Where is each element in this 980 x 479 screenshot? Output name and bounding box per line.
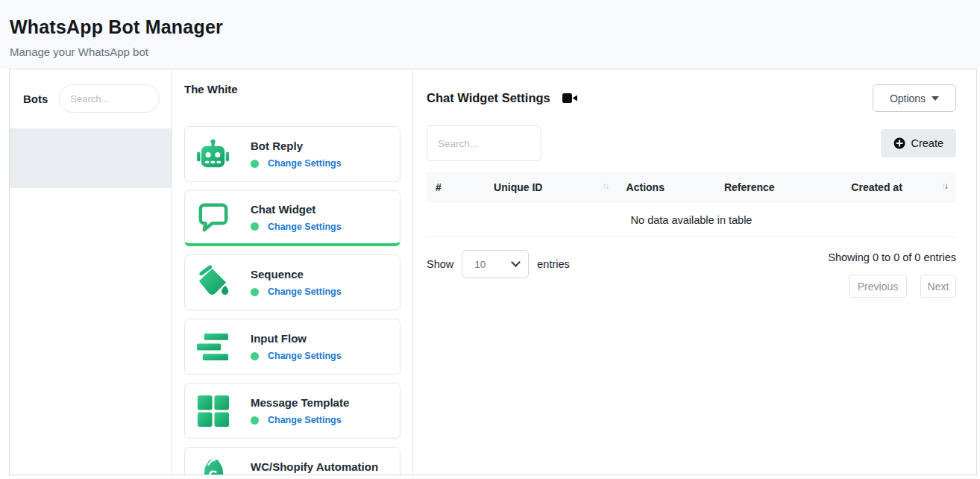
column-header-reference[interactable]: Reference xyxy=(715,172,842,203)
card-title: Input Flow xyxy=(251,332,342,345)
bots-search-input[interactable] xyxy=(59,84,160,113)
change-settings-link[interactable]: Change Settings xyxy=(268,222,342,232)
create-button-label: Create xyxy=(911,137,943,149)
status-dot-icon xyxy=(251,416,259,425)
page-buttons: Previous Next xyxy=(828,275,956,298)
next-button[interactable]: Next xyxy=(920,275,956,298)
status-dot-icon xyxy=(251,352,259,360)
robot-icon xyxy=(195,137,230,172)
pagination-right: Showing 0 to 0 of 0 entries Previous Nex… xyxy=(828,250,956,298)
card-title: Bot Reply xyxy=(251,140,342,152)
card-wc-shopify-automation[interactable]: WC/Shopify Automation Change Settings xyxy=(184,447,401,475)
bots-label: Bots xyxy=(23,93,48,105)
pagination-bar: Show 10 entries Showing 0 to 0 of 0 entr… xyxy=(427,250,956,298)
status-dot-icon xyxy=(251,288,259,296)
status-dot-icon xyxy=(251,222,259,231)
change-settings-link[interactable]: Change Settings xyxy=(268,351,342,361)
page-subtitle: Manage your WhatsApp bot xyxy=(10,46,980,58)
previous-button[interactable]: Previous xyxy=(849,275,907,298)
column-header-unique-id[interactable]: Unique ID ↑↓ xyxy=(485,172,618,203)
card-text: Chat Widget Change Settings xyxy=(251,203,342,232)
change-settings-link[interactable]: Change Settings xyxy=(268,415,342,425)
card-message-template[interactable]: Message Template Change Settings xyxy=(184,383,401,439)
bots-sidebar: Bots xyxy=(10,69,172,475)
content-wrapper: Bots The White xyxy=(9,69,977,475)
options-button-label: Options xyxy=(890,93,926,104)
feature-card-list: Bot Reply Change Settings Chat Widget xyxy=(184,126,401,475)
entries-label: entries xyxy=(537,258,570,270)
card-text: Message Template Change Settings xyxy=(251,396,349,425)
paint-bucket-icon xyxy=(195,265,230,300)
column-label: # xyxy=(436,181,442,193)
table-search-input[interactable] xyxy=(427,125,541,161)
settings-header: Chat Widget Settings Options xyxy=(427,84,956,112)
column-header-created-at[interactable]: Created at ↑↓ xyxy=(842,172,956,203)
table-toolbar: Create xyxy=(427,125,956,161)
bots-header: Bots xyxy=(10,69,172,113)
chevron-down-icon xyxy=(511,257,521,267)
table-header-row: # Unique ID ↑↓ Actions Reference Created… xyxy=(427,172,956,203)
card-title: Sequence xyxy=(251,268,342,281)
column-label: Actions xyxy=(626,181,665,193)
settings-panel: Chat Widget Settings Options xyxy=(413,69,976,475)
column-header-index[interactable]: # xyxy=(427,172,485,203)
bot-name: The White xyxy=(184,83,401,96)
card-title: Message Template xyxy=(251,396,349,409)
card-title: WC/Shopify Automation xyxy=(251,460,378,473)
card-chat-widget[interactable]: Chat Widget Change Settings xyxy=(184,190,401,246)
change-settings-link[interactable]: Change Settings xyxy=(268,287,342,297)
page-size-select[interactable]: 10 xyxy=(462,250,529,278)
table-empty-row: No data available in table xyxy=(427,203,956,237)
card-link-row: Change Settings xyxy=(251,158,342,169)
grid-icon xyxy=(195,393,230,428)
page-header: WhatsApp Bot Manager Manage your WhatsAp… xyxy=(0,0,980,69)
entries-summary: Showing 0 to 0 of 0 entries xyxy=(828,250,956,263)
card-text: Input Flow Change Settings xyxy=(251,332,342,361)
page-size-value: 10 xyxy=(474,259,512,270)
card-text: WC/Shopify Automation Change Settings xyxy=(251,460,378,475)
card-sequence[interactable]: Sequence Change Settings xyxy=(184,254,401,310)
empty-message: No data available in table xyxy=(427,203,956,237)
card-link-row: Change Settings xyxy=(251,415,349,425)
card-link-row: Change Settings xyxy=(251,222,342,232)
widgets-table: # Unique ID ↑↓ Actions Reference Created… xyxy=(427,172,956,237)
bot-list-item-selected[interactable] xyxy=(10,128,172,188)
card-link-row: Change Settings xyxy=(251,351,342,361)
show-label: Show xyxy=(427,258,453,270)
page-title: WhatsApp Bot Manager xyxy=(10,16,980,38)
column-label: Unique ID xyxy=(494,181,542,193)
options-button[interactable]: Options xyxy=(873,84,956,112)
card-input-flow[interactable]: Input Flow Change Settings xyxy=(184,319,401,375)
list-bars-icon xyxy=(195,329,230,364)
chat-bubble-icon xyxy=(195,200,230,235)
status-dot-icon xyxy=(251,160,259,168)
settings-title: Chat Widget Settings xyxy=(427,91,550,105)
change-settings-link[interactable]: Change Settings xyxy=(268,158,342,169)
page-size-group: Show 10 entries xyxy=(427,250,570,278)
card-bot-reply[interactable]: Bot Reply Change Settings xyxy=(184,126,401,182)
card-text: Bot Reply Change Settings xyxy=(251,140,342,169)
card-link-row: Change Settings xyxy=(251,287,342,297)
shopify-bag-icon xyxy=(195,457,230,475)
card-text: Sequence Change Settings xyxy=(251,268,342,297)
column-header-actions[interactable]: Actions xyxy=(618,172,715,203)
card-title: Chat Widget xyxy=(251,203,342,216)
create-button[interactable]: Create xyxy=(881,129,956,157)
video-camera-icon xyxy=(562,92,578,104)
chevron-down-icon xyxy=(932,96,939,101)
column-label: Created at xyxy=(851,181,902,193)
sort-icon-active: ↑↓ xyxy=(942,181,948,190)
bot-feature-panel: The White xyxy=(172,69,413,475)
column-label: Reference xyxy=(724,181,775,193)
plus-circle-icon xyxy=(893,137,905,149)
sort-icon: ↑↓ xyxy=(603,181,609,190)
